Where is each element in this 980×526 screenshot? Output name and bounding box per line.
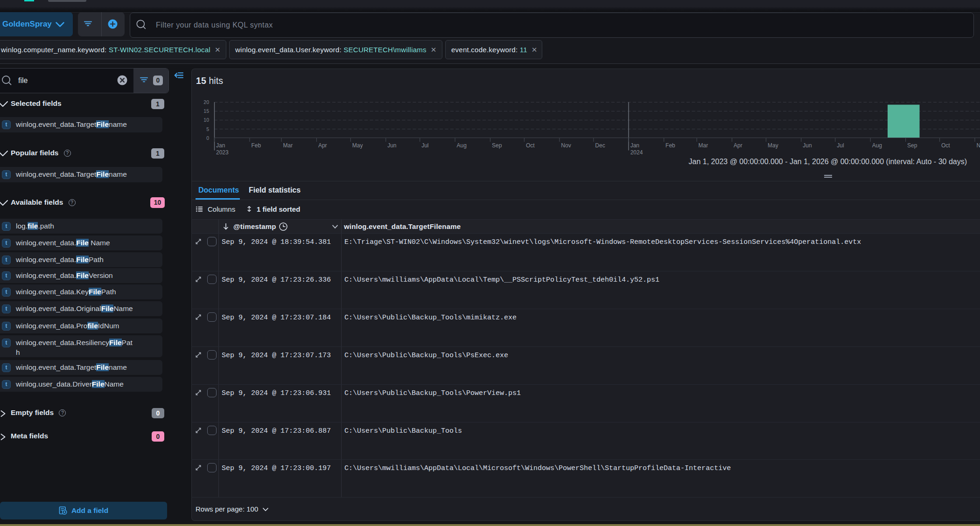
svg-text:Jul: Jul xyxy=(837,142,844,149)
svg-text:Feb: Feb xyxy=(665,142,675,149)
svg-text:Jan: Jan xyxy=(216,142,225,149)
svg-text:10: 10 xyxy=(203,117,209,123)
svg-text:Mar: Mar xyxy=(283,142,293,149)
svg-text:Jun: Jun xyxy=(803,142,812,149)
svg-text:Apr: Apr xyxy=(318,142,327,149)
svg-text:5: 5 xyxy=(206,126,209,132)
svg-text:Nov: Nov xyxy=(561,142,571,149)
svg-text:2024: 2024 xyxy=(630,149,643,156)
svg-text:Mar: Mar xyxy=(699,142,708,149)
svg-text:Sep: Sep xyxy=(907,142,917,149)
svg-text:Jan: Jan xyxy=(630,142,639,149)
svg-text:Feb: Feb xyxy=(251,142,261,149)
svg-text:Sep: Sep xyxy=(492,142,502,149)
svg-text:Nov: Nov xyxy=(976,142,980,149)
svg-text:15: 15 xyxy=(203,108,209,114)
svg-text:Oct: Oct xyxy=(526,142,535,149)
svg-text:20: 20 xyxy=(203,99,209,105)
svg-text:Aug: Aug xyxy=(457,142,467,149)
svg-text:Oct: Oct xyxy=(941,142,950,149)
svg-text:Jul: Jul xyxy=(421,142,428,149)
svg-text:Dec: Dec xyxy=(595,142,605,149)
svg-text:Aug: Aug xyxy=(872,142,882,149)
svg-text:2023: 2023 xyxy=(216,149,229,156)
svg-text:Apr: Apr xyxy=(734,142,742,149)
svg-text:0: 0 xyxy=(206,135,209,141)
svg-text:Jun: Jun xyxy=(387,142,396,149)
svg-text:May: May xyxy=(352,142,363,149)
svg-text:May: May xyxy=(768,142,778,149)
